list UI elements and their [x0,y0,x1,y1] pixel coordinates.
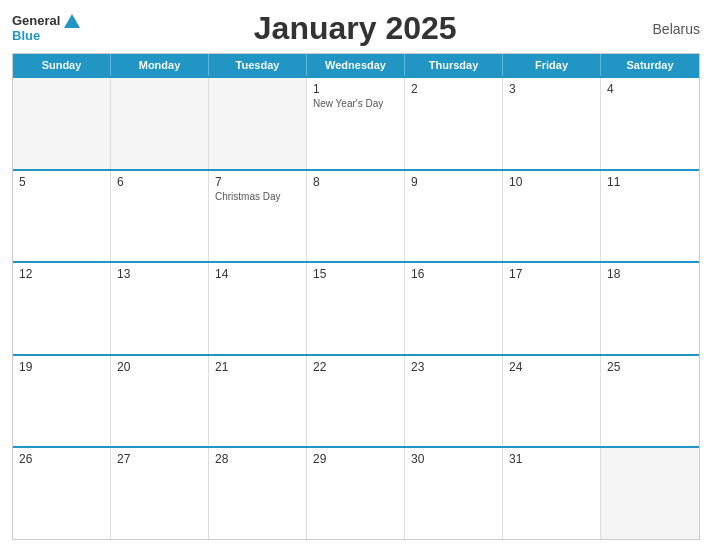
day-number: 5 [19,175,104,189]
day-number: 26 [19,452,104,466]
page-title: January 2025 [80,10,630,47]
day-number: 12 [19,267,104,281]
calendar-cell: 22 [307,356,405,447]
holiday-label: Christmas Day [215,191,300,203]
day-number: 24 [509,360,594,374]
calendar-cell [601,448,699,539]
logo-general-text: General [12,14,60,28]
calendar-cell: 20 [111,356,209,447]
calendar-header-sunday: Sunday [13,54,111,76]
country-label: Belarus [630,21,700,37]
weeks-container: 1New Year's Day234567Christmas Day891011… [13,76,699,539]
day-number: 27 [117,452,202,466]
calendar-cell: 3 [503,78,601,169]
calendar-cell: 30 [405,448,503,539]
day-number: 11 [607,175,693,189]
day-number: 1 [313,82,398,96]
calendar-week-2: 567Christmas Day891011 [13,169,699,262]
logo: General Blue [12,14,80,43]
calendar-cell: 6 [111,171,209,262]
day-number: 19 [19,360,104,374]
calendar-cell: 2 [405,78,503,169]
logo-triangle-icon [64,14,80,28]
calendar-week-3: 12131415161718 [13,261,699,354]
day-number: 10 [509,175,594,189]
day-number: 16 [411,267,496,281]
calendar-cell: 10 [503,171,601,262]
day-number: 20 [117,360,202,374]
calendar-cell: 8 [307,171,405,262]
calendar-cell: 28 [209,448,307,539]
calendar-cell: 25 [601,356,699,447]
calendar-header-friday: Friday [503,54,601,76]
calendar-cell: 18 [601,263,699,354]
calendar-cell: 19 [13,356,111,447]
page-header: General Blue January 2025 Belarus [12,10,700,47]
calendar-cell [209,78,307,169]
day-number: 22 [313,360,398,374]
calendar-cell: 24 [503,356,601,447]
day-number: 28 [215,452,300,466]
day-number: 17 [509,267,594,281]
calendar-cell: 16 [405,263,503,354]
day-number: 14 [215,267,300,281]
day-number: 3 [509,82,594,96]
calendar-cell: 4 [601,78,699,169]
day-number: 30 [411,452,496,466]
calendar-header-tuesday: Tuesday [209,54,307,76]
calendar-header-monday: Monday [111,54,209,76]
day-number: 18 [607,267,693,281]
calendar-cell: 13 [111,263,209,354]
calendar-cell [111,78,209,169]
day-number: 9 [411,175,496,189]
day-number: 25 [607,360,693,374]
day-number: 15 [313,267,398,281]
calendar-cell: 29 [307,448,405,539]
day-number: 8 [313,175,398,189]
calendar-header-saturday: Saturday [601,54,699,76]
calendar-cell: 12 [13,263,111,354]
calendar-cell: 31 [503,448,601,539]
day-number: 13 [117,267,202,281]
calendar-cell: 14 [209,263,307,354]
holiday-label: New Year's Day [313,98,398,110]
calendar-cell: 7Christmas Day [209,171,307,262]
calendar-cell [13,78,111,169]
logo-blue-text: Blue [12,29,40,43]
calendar-page: General Blue January 2025 Belarus Sunday… [0,0,712,550]
calendar-cell: 21 [209,356,307,447]
calendar-cell: 23 [405,356,503,447]
calendar-header-thursday: Thursday [405,54,503,76]
day-number: 31 [509,452,594,466]
calendar-grid: SundayMondayTuesdayWednesdayThursdayFrid… [12,53,700,540]
day-number: 7 [215,175,300,189]
calendar-header: SundayMondayTuesdayWednesdayThursdayFrid… [13,54,699,76]
calendar-week-1: 1New Year's Day234 [13,76,699,169]
day-number: 6 [117,175,202,189]
calendar-cell: 15 [307,263,405,354]
calendar-cell: 11 [601,171,699,262]
day-number: 29 [313,452,398,466]
calendar-cell: 5 [13,171,111,262]
calendar-cell: 27 [111,448,209,539]
calendar-cell: 17 [503,263,601,354]
calendar-cell: 9 [405,171,503,262]
day-number: 2 [411,82,496,96]
day-number: 21 [215,360,300,374]
calendar-cell: 26 [13,448,111,539]
day-number: 23 [411,360,496,374]
calendar-cell: 1New Year's Day [307,78,405,169]
calendar-header-wednesday: Wednesday [307,54,405,76]
calendar-week-5: 262728293031 [13,446,699,539]
day-number: 4 [607,82,693,96]
calendar-week-4: 19202122232425 [13,354,699,447]
